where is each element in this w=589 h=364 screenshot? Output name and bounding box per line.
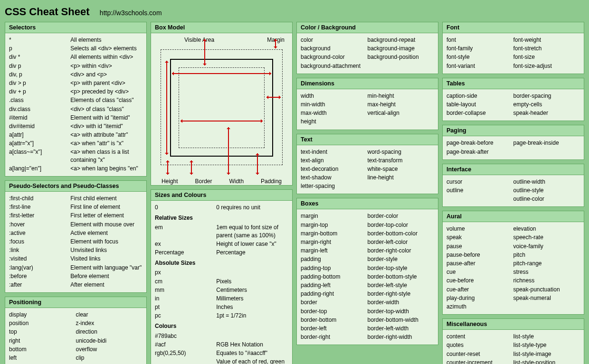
cell: content — [446, 333, 513, 340]
cell: clip — [76, 354, 143, 362]
cell: border-bottom-style — [368, 273, 435, 280]
cell: display — [9, 311, 76, 318]
cell: 1pt = 1/72in — [216, 312, 288, 319]
cell: Visited links — [70, 255, 142, 262]
cell: margin-left — [301, 247, 368, 254]
cell: 0 — [155, 204, 216, 211]
cell: font-weight — [513, 36, 580, 44]
cell: Centimeters — [216, 286, 288, 294]
cell: speak — [446, 233, 513, 241]
cell: word-spacing — [368, 148, 435, 156]
padding-box — [179, 67, 265, 148]
cell — [513, 303, 580, 310]
cell — [368, 118, 435, 125]
cell: volume — [446, 225, 513, 233]
panel-pseudo: Pseudo-Selectors and Pseudo-Classes :fir… — [5, 180, 147, 293]
cell: table-layout — [446, 101, 513, 108]
cell: speak-numeral — [513, 294, 580, 302]
cell: Selects all <div> elements — [70, 45, 142, 52]
cell — [368, 182, 435, 190]
width-arrow — [172, 73, 271, 74]
cell: border-right-color — [368, 247, 435, 254]
cell: in — [155, 295, 216, 302]
cell: background-image — [368, 45, 435, 52]
cell: min-height — [368, 92, 435, 100]
cell: RGB Hex Notation — [216, 341, 288, 348]
page-title: CSS Cheat Sheet — [5, 6, 90, 18]
cell: div > p — [9, 79, 70, 87]
cell: letter-spacing — [301, 182, 368, 190]
cell: border-left-width — [368, 325, 435, 332]
box-model-diagram: Visible Area Margin — [151, 33, 292, 185]
cell: First letter of element — [70, 212, 142, 219]
cell: background — [301, 45, 368, 52]
cell: Elements of class "class" — [70, 96, 142, 104]
cell: background-attachment — [301, 62, 368, 70]
panel-title: Pseudo-Selectors and Pseudo-Classes — [5, 181, 146, 192]
cell: border-color — [368, 212, 435, 220]
cell: p — [9, 45, 70, 52]
panel-text: Text text-indentword-spacingtext-alignte… — [296, 134, 438, 195]
cell: First child element — [70, 195, 142, 202]
cell: <p> with parent <div> — [70, 79, 142, 87]
cell: :hover — [9, 221, 70, 228]
cell: :lang(var) — [9, 264, 70, 271]
cell: 1em equal to font size of parent (same a… — [216, 224, 288, 239]
margin-connector — [275, 39, 276, 48]
cell: empty-cells — [513, 101, 580, 108]
label-height: Height — [162, 177, 178, 185]
cell: :first-letter — [9, 212, 70, 219]
cell: list-style-image — [513, 350, 580, 358]
cell: a[lang|="en"] — [9, 165, 70, 172]
cell: font-variant — [446, 62, 513, 70]
cell: padding — [301, 255, 368, 263]
cell: richness — [513, 277, 580, 284]
cell: font — [446, 36, 513, 44]
source-link[interactable]: http://w3schools.com — [100, 9, 162, 17]
cell: em — [155, 224, 216, 239]
cell: Element with id "itemid" — [70, 114, 142, 121]
cell: border-top-style — [368, 264, 435, 272]
cell: <a> with attribute "attr" — [70, 131, 142, 139]
cell: All elements within <div> — [70, 53, 142, 61]
cell: <div> with id "itemid" — [70, 122, 142, 130]
cell: white-space — [368, 165, 435, 173]
cell: speak-header — [513, 109, 580, 117]
cell: font-style — [446, 53, 513, 61]
cell: text-indent — [301, 148, 368, 156]
cell: bottom — [9, 345, 76, 353]
cell: <a> when lang begins "en" — [70, 165, 142, 172]
cell: border-right-style — [368, 290, 435, 298]
panel-title: Interface — [443, 164, 584, 175]
cell: page-break-inside — [513, 139, 580, 147]
column-2: Box Model Visible Area Margin — [151, 22, 293, 364]
cell: margin — [301, 212, 368, 220]
cell: text-transform — [368, 157, 435, 164]
cell: quotes — [446, 341, 513, 349]
panel-body: displayclearpositionz-indextopdirectionr… — [5, 308, 146, 364]
cell: margin-bottom — [301, 230, 368, 237]
cell: height — [301, 118, 368, 125]
cell: Inches — [216, 303, 288, 311]
cell: padding-left — [301, 281, 368, 289]
cell: Percentage — [216, 249, 288, 256]
height-arrow — [166, 61, 167, 155]
cell: a[class~="x"] — [9, 148, 70, 163]
cell: margin-top — [301, 221, 368, 229]
panel-box-model: Box Model Visible Area Margin — [151, 22, 293, 186]
cell: Pixels — [216, 278, 288, 285]
cell: Unvisited links — [70, 246, 142, 254]
cell: stress — [513, 268, 580, 276]
panel-selectors: Selectors *All elementspSelects all <div… — [5, 22, 147, 177]
cell: After element — [70, 281, 142, 289]
cell: padding-right — [301, 290, 368, 298]
cell: border-left-style — [368, 281, 435, 289]
cell: :visited — [9, 255, 70, 262]
column-4: Font fontfont-weightfont-familyfont-stre… — [442, 22, 584, 364]
cell — [155, 358, 216, 364]
cell — [368, 62, 435, 70]
cell: Before element — [70, 272, 142, 280]
panel-title: Paging — [443, 125, 584, 136]
cell: border — [301, 299, 368, 306]
cell: :active — [9, 229, 70, 237]
